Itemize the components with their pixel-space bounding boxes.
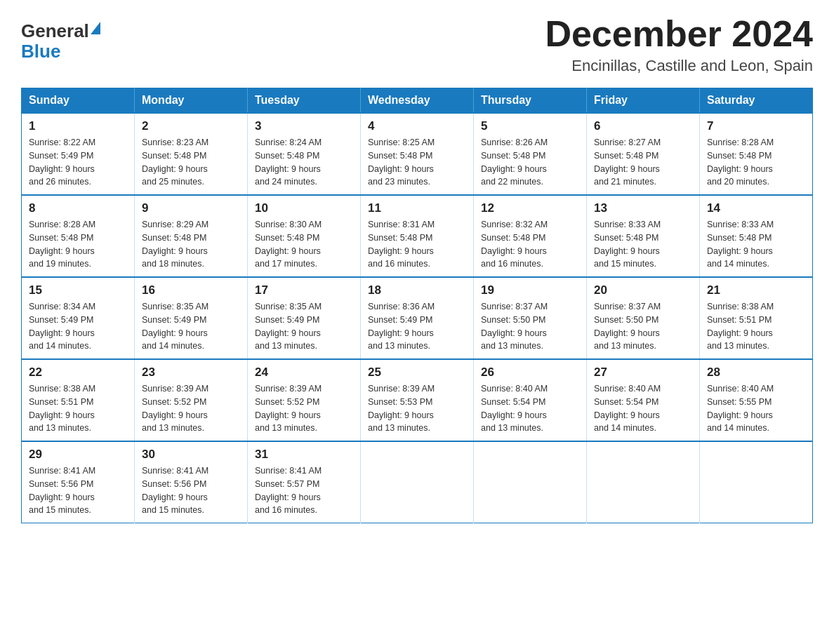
day-info: Sunrise: 8:38 AMSunset: 5:51 PMDaylight:…: [29, 382, 127, 435]
day-info: Sunrise: 8:31 AMSunset: 5:48 PMDaylight:…: [368, 218, 466, 271]
day-info: Sunrise: 8:33 AMSunset: 5:48 PMDaylight:…: [707, 218, 805, 271]
day-info: Sunrise: 8:30 AMSunset: 5:48 PMDaylight:…: [255, 218, 353, 271]
day-number: 3: [255, 119, 353, 133]
calendar-day-cell: 27Sunrise: 8:40 AMSunset: 5:54 PMDayligh…: [587, 359, 700, 441]
weekday-header-friday: Friday: [587, 88, 700, 114]
location: Encinillas, Castille and Leon, Spain: [545, 57, 813, 75]
day-number: 14: [707, 201, 805, 215]
calendar-day-cell: 23Sunrise: 8:39 AMSunset: 5:52 PMDayligh…: [135, 359, 248, 441]
day-info: Sunrise: 8:37 AMSunset: 5:50 PMDaylight:…: [594, 300, 692, 353]
day-number: 16: [142, 283, 240, 297]
calendar-day-cell: 9Sunrise: 8:29 AMSunset: 5:48 PMDaylight…: [135, 195, 248, 277]
calendar-day-cell: 19Sunrise: 8:37 AMSunset: 5:50 PMDayligh…: [474, 277, 587, 359]
day-number: 11: [368, 201, 466, 215]
day-info: Sunrise: 8:32 AMSunset: 5:48 PMDaylight:…: [481, 218, 579, 271]
calendar-day-cell: 3Sunrise: 8:24 AMSunset: 5:48 PMDaylight…: [248, 113, 361, 195]
calendar-day-cell: 18Sunrise: 8:36 AMSunset: 5:49 PMDayligh…: [361, 277, 474, 359]
calendar-table: SundayMondayTuesdayWednesdayThursdayFrid…: [21, 88, 813, 523]
calendar-day-cell: 14Sunrise: 8:33 AMSunset: 5:48 PMDayligh…: [700, 195, 813, 277]
day-number: 26: [481, 365, 579, 380]
day-info: Sunrise: 8:29 AMSunset: 5:48 PMDaylight:…: [142, 218, 240, 271]
month-title: December 2024: [545, 14, 813, 54]
day-info: Sunrise: 8:22 AMSunset: 5:49 PMDaylight:…: [29, 136, 127, 189]
logo: General Blue: [21, 21, 100, 61]
day-info: Sunrise: 8:23 AMSunset: 5:48 PMDaylight:…: [142, 136, 240, 189]
day-number: 5: [481, 119, 579, 133]
day-number: 13: [594, 201, 692, 215]
day-number: 28: [707, 365, 805, 380]
day-info: Sunrise: 8:25 AMSunset: 5:48 PMDaylight:…: [368, 136, 466, 189]
calendar-day-cell: 1Sunrise: 8:22 AMSunset: 5:49 PMDaylight…: [22, 113, 135, 195]
calendar-week-row: 8Sunrise: 8:28 AMSunset: 5:48 PMDaylight…: [22, 195, 813, 277]
calendar-day-cell: 12Sunrise: 8:32 AMSunset: 5:48 PMDayligh…: [474, 195, 587, 277]
calendar-day-cell: 31Sunrise: 8:41 AMSunset: 5:57 PMDayligh…: [248, 441, 361, 523]
day-info: Sunrise: 8:26 AMSunset: 5:48 PMDaylight:…: [481, 136, 579, 189]
day-info: Sunrise: 8:28 AMSunset: 5:48 PMDaylight:…: [707, 136, 805, 189]
calendar-day-cell: 22Sunrise: 8:38 AMSunset: 5:51 PMDayligh…: [22, 359, 135, 441]
day-info: Sunrise: 8:39 AMSunset: 5:53 PMDaylight:…: [368, 382, 466, 435]
weekday-header-thursday: Thursday: [474, 88, 587, 114]
calendar-day-cell: 10Sunrise: 8:30 AMSunset: 5:48 PMDayligh…: [248, 195, 361, 277]
day-number: 18: [368, 283, 466, 297]
calendar-body: 1Sunrise: 8:22 AMSunset: 5:49 PMDaylight…: [22, 113, 813, 523]
logo-general: General: [21, 21, 89, 41]
calendar-day-cell: 28Sunrise: 8:40 AMSunset: 5:55 PMDayligh…: [700, 359, 813, 441]
day-number: 30: [142, 448, 240, 462]
day-number: 27: [594, 365, 692, 380]
day-info: Sunrise: 8:27 AMSunset: 5:48 PMDaylight:…: [594, 136, 692, 189]
calendar-day-cell: 6Sunrise: 8:27 AMSunset: 5:48 PMDaylight…: [587, 113, 700, 195]
logo-triangle-icon: [91, 22, 100, 34]
day-number: 21: [707, 283, 805, 297]
day-number: 23: [142, 365, 240, 380]
calendar-day-cell: [587, 441, 700, 523]
calendar-day-cell: 8Sunrise: 8:28 AMSunset: 5:48 PMDaylight…: [22, 195, 135, 277]
day-info: Sunrise: 8:39 AMSunset: 5:52 PMDaylight:…: [142, 382, 240, 435]
weekday-header-monday: Monday: [135, 88, 248, 114]
calendar-day-cell: 17Sunrise: 8:35 AMSunset: 5:49 PMDayligh…: [248, 277, 361, 359]
day-info: Sunrise: 8:41 AMSunset: 5:56 PMDaylight:…: [142, 464, 240, 517]
calendar-day-cell: 24Sunrise: 8:39 AMSunset: 5:52 PMDayligh…: [248, 359, 361, 441]
day-info: Sunrise: 8:36 AMSunset: 5:49 PMDaylight:…: [368, 300, 466, 353]
calendar-day-cell: [474, 441, 587, 523]
day-number: 2: [142, 119, 240, 133]
day-number: 22: [29, 365, 127, 380]
weekday-header-row: SundayMondayTuesdayWednesdayThursdayFrid…: [22, 88, 813, 114]
calendar-day-cell: 21Sunrise: 8:38 AMSunset: 5:51 PMDayligh…: [700, 277, 813, 359]
day-number: 25: [368, 365, 466, 380]
day-number: 15: [29, 283, 127, 297]
calendar-day-cell: 7Sunrise: 8:28 AMSunset: 5:48 PMDaylight…: [700, 113, 813, 195]
day-info: Sunrise: 8:40 AMSunset: 5:55 PMDaylight:…: [707, 382, 805, 435]
day-number: 10: [255, 201, 353, 215]
calendar-day-cell: 25Sunrise: 8:39 AMSunset: 5:53 PMDayligh…: [361, 359, 474, 441]
day-number: 20: [594, 283, 692, 297]
day-info: Sunrise: 8:33 AMSunset: 5:48 PMDaylight:…: [594, 218, 692, 271]
weekday-header-wednesday: Wednesday: [361, 88, 474, 114]
day-info: Sunrise: 8:24 AMSunset: 5:48 PMDaylight:…: [255, 136, 353, 189]
logo-text: General Blue: [21, 21, 100, 61]
calendar-day-cell: 4Sunrise: 8:25 AMSunset: 5:48 PMDaylight…: [361, 113, 474, 195]
calendar-day-cell: [361, 441, 474, 523]
calendar-day-cell: 30Sunrise: 8:41 AMSunset: 5:56 PMDayligh…: [135, 441, 248, 523]
day-number: 6: [594, 119, 692, 133]
weekday-header-tuesday: Tuesday: [248, 88, 361, 114]
day-number: 12: [481, 201, 579, 215]
day-number: 29: [29, 448, 127, 462]
day-info: Sunrise: 8:40 AMSunset: 5:54 PMDaylight:…: [481, 382, 579, 435]
day-info: Sunrise: 8:38 AMSunset: 5:51 PMDaylight:…: [707, 300, 805, 353]
day-number: 19: [481, 283, 579, 297]
day-info: Sunrise: 8:39 AMSunset: 5:52 PMDaylight:…: [255, 382, 353, 435]
day-number: 7: [707, 119, 805, 133]
calendar-day-cell: 15Sunrise: 8:34 AMSunset: 5:49 PMDayligh…: [22, 277, 135, 359]
day-number: 4: [368, 119, 466, 133]
calendar-day-cell: 13Sunrise: 8:33 AMSunset: 5:48 PMDayligh…: [587, 195, 700, 277]
day-number: 31: [255, 448, 353, 462]
calendar-day-cell: [700, 441, 813, 523]
day-number: 8: [29, 201, 127, 215]
calendar-day-cell: 11Sunrise: 8:31 AMSunset: 5:48 PMDayligh…: [361, 195, 474, 277]
day-info: Sunrise: 8:41 AMSunset: 5:57 PMDaylight:…: [255, 464, 353, 517]
calendar-day-cell: 2Sunrise: 8:23 AMSunset: 5:48 PMDaylight…: [135, 113, 248, 195]
calendar-week-row: 22Sunrise: 8:38 AMSunset: 5:51 PMDayligh…: [22, 359, 813, 441]
day-info: Sunrise: 8:34 AMSunset: 5:49 PMDaylight:…: [29, 300, 127, 353]
day-info: Sunrise: 8:35 AMSunset: 5:49 PMDaylight:…: [142, 300, 240, 353]
calendar-header: SundayMondayTuesdayWednesdayThursdayFrid…: [22, 88, 813, 114]
